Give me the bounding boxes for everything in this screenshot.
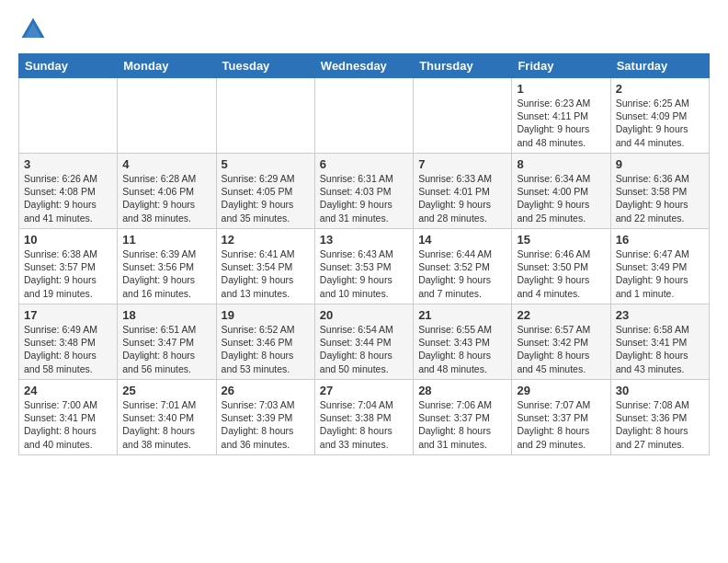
day-info: Sunrise: 7:04 AM Sunset: 3:38 PM Dayligh… <box>320 398 408 451</box>
week-row-4: 17Sunrise: 6:49 AM Sunset: 3:48 PM Dayli… <box>19 304 710 380</box>
day-number: 1 <box>517 82 605 96</box>
calendar: SundayMondayTuesdayWednesdayThursdayFrid… <box>18 53 710 455</box>
day-info: Sunrise: 7:01 AM Sunset: 3:40 PM Dayligh… <box>122 398 210 451</box>
day-number: 16 <box>616 233 704 247</box>
weekday-sunday: Sunday <box>19 54 118 78</box>
day-info: Sunrise: 6:33 AM Sunset: 4:01 PM Dayligh… <box>418 172 506 224</box>
day-info: Sunrise: 7:08 AM Sunset: 3:36 PM Dayligh… <box>616 398 704 451</box>
day-cell: 7Sunrise: 6:33 AM Sunset: 4:01 PM Daylig… <box>414 154 512 229</box>
day-cell: 8Sunrise: 6:34 AM Sunset: 4:00 PM Daylig… <box>512 154 610 229</box>
day-info: Sunrise: 6:29 AM Sunset: 4:05 PM Dayligh… <box>222 172 310 224</box>
day-number: 25 <box>122 384 210 397</box>
weekday-friday: Friday <box>512 54 610 78</box>
day-info: Sunrise: 6:47 AM Sunset: 3:49 PM Dayligh… <box>616 247 704 300</box>
day-info: Sunrise: 7:06 AM Sunset: 3:37 PM Dayligh… <box>418 398 506 451</box>
day-number: 30 <box>616 384 704 397</box>
day-cell <box>19 78 118 154</box>
day-cell: 14Sunrise: 6:44 AM Sunset: 3:52 PM Dayli… <box>414 229 512 304</box>
day-info: Sunrise: 6:57 AM Sunset: 3:42 PM Dayligh… <box>517 323 605 375</box>
day-cell <box>414 78 512 154</box>
day-info: Sunrise: 6:46 AM Sunset: 3:50 PM Dayligh… <box>517 247 605 300</box>
day-number: 7 <box>418 157 506 171</box>
day-number: 14 <box>418 233 506 247</box>
day-info: Sunrise: 6:39 AM Sunset: 3:56 PM Dayligh… <box>122 247 210 300</box>
day-info: Sunrise: 6:23 AM Sunset: 4:11 PM Dayligh… <box>517 97 605 149</box>
day-number: 29 <box>517 384 605 397</box>
day-cell: 4Sunrise: 6:28 AM Sunset: 4:06 PM Daylig… <box>118 154 216 229</box>
day-cell: 25Sunrise: 7:01 AM Sunset: 3:40 PM Dayli… <box>118 380 216 455</box>
day-cell <box>216 78 314 154</box>
day-info: Sunrise: 6:54 AM Sunset: 3:44 PM Dayligh… <box>320 323 408 375</box>
day-info: Sunrise: 7:07 AM Sunset: 3:37 PM Dayligh… <box>517 398 605 451</box>
day-cell: 18Sunrise: 6:51 AM Sunset: 3:47 PM Dayli… <box>118 304 216 380</box>
weekday-header: SundayMondayTuesdayWednesdayThursdayFrid… <box>19 54 710 78</box>
day-number: 3 <box>24 157 112 171</box>
week-row-1: 1Sunrise: 6:23 AM Sunset: 4:11 PM Daylig… <box>19 78 710 154</box>
logo-icon <box>18 15 48 44</box>
logo <box>18 15 51 44</box>
day-number: 19 <box>222 308 310 322</box>
day-info: Sunrise: 6:38 AM Sunset: 3:57 PM Dayligh… <box>24 247 112 300</box>
day-number: 22 <box>517 308 605 322</box>
day-cell: 15Sunrise: 6:46 AM Sunset: 3:50 PM Dayli… <box>512 229 610 304</box>
day-cell: 5Sunrise: 6:29 AM Sunset: 4:05 PM Daylig… <box>216 154 314 229</box>
calendar-body: 1Sunrise: 6:23 AM Sunset: 4:11 PM Daylig… <box>19 78 710 455</box>
day-cell: 24Sunrise: 7:00 AM Sunset: 3:41 PM Dayli… <box>19 380 118 455</box>
day-info: Sunrise: 6:51 AM Sunset: 3:47 PM Dayligh… <box>122 323 210 375</box>
weekday-thursday: Thursday <box>414 54 512 78</box>
day-number: 6 <box>320 157 408 171</box>
day-cell: 30Sunrise: 7:08 AM Sunset: 3:36 PM Dayli… <box>610 380 709 455</box>
day-cell: 26Sunrise: 7:03 AM Sunset: 3:39 PM Dayli… <box>216 380 314 455</box>
day-info: Sunrise: 6:34 AM Sunset: 4:00 PM Dayligh… <box>517 172 605 224</box>
day-cell: 2Sunrise: 6:25 AM Sunset: 4:09 PM Daylig… <box>610 78 709 154</box>
day-info: Sunrise: 6:52 AM Sunset: 3:46 PM Dayligh… <box>222 323 310 375</box>
day-info: Sunrise: 6:58 AM Sunset: 3:41 PM Dayligh… <box>616 323 704 375</box>
weekday-monday: Monday <box>118 54 216 78</box>
week-row-5: 24Sunrise: 7:00 AM Sunset: 3:41 PM Dayli… <box>19 380 710 455</box>
day-number: 11 <box>122 233 210 247</box>
week-row-3: 10Sunrise: 6:38 AM Sunset: 3:57 PM Dayli… <box>19 229 710 304</box>
weekday-wednesday: Wednesday <box>314 54 413 78</box>
weekday-tuesday: Tuesday <box>216 54 314 78</box>
week-row-2: 3Sunrise: 6:26 AM Sunset: 4:08 PM Daylig… <box>19 154 710 229</box>
day-info: Sunrise: 6:41 AM Sunset: 3:54 PM Dayligh… <box>222 247 310 300</box>
day-number: 15 <box>517 233 605 247</box>
day-info: Sunrise: 6:28 AM Sunset: 4:06 PM Dayligh… <box>122 172 210 224</box>
page: SundayMondayTuesdayWednesdayThursdayFrid… <box>0 0 728 465</box>
day-cell: 12Sunrise: 6:41 AM Sunset: 3:54 PM Dayli… <box>216 229 314 304</box>
day-info: Sunrise: 6:43 AM Sunset: 3:53 PM Dayligh… <box>320 247 408 300</box>
day-number: 9 <box>616 157 704 171</box>
day-info: Sunrise: 6:49 AM Sunset: 3:48 PM Dayligh… <box>24 323 112 375</box>
day-number: 5 <box>222 157 310 171</box>
day-cell: 10Sunrise: 6:38 AM Sunset: 3:57 PM Dayli… <box>19 229 118 304</box>
day-number: 2 <box>616 82 704 96</box>
weekday-saturday: Saturday <box>610 54 709 78</box>
day-cell: 19Sunrise: 6:52 AM Sunset: 3:46 PM Dayli… <box>216 304 314 380</box>
day-cell: 22Sunrise: 6:57 AM Sunset: 3:42 PM Dayli… <box>512 304 610 380</box>
day-cell: 11Sunrise: 6:39 AM Sunset: 3:56 PM Dayli… <box>118 229 216 304</box>
day-cell: 9Sunrise: 6:36 AM Sunset: 3:58 PM Daylig… <box>610 154 709 229</box>
day-cell: 21Sunrise: 6:55 AM Sunset: 3:43 PM Dayli… <box>414 304 512 380</box>
day-number: 20 <box>320 308 408 322</box>
day-number: 17 <box>24 308 112 322</box>
day-cell <box>118 78 216 154</box>
day-number: 27 <box>320 384 408 397</box>
day-cell: 23Sunrise: 6:58 AM Sunset: 3:41 PM Dayli… <box>610 304 709 380</box>
day-number: 28 <box>418 384 506 397</box>
day-cell: 1Sunrise: 6:23 AM Sunset: 4:11 PM Daylig… <box>512 78 610 154</box>
day-number: 8 <box>517 157 605 171</box>
day-cell: 6Sunrise: 6:31 AM Sunset: 4:03 PM Daylig… <box>314 154 413 229</box>
day-info: Sunrise: 6:31 AM Sunset: 4:03 PM Dayligh… <box>320 172 408 224</box>
day-info: Sunrise: 6:36 AM Sunset: 3:58 PM Dayligh… <box>616 172 704 224</box>
day-cell: 28Sunrise: 7:06 AM Sunset: 3:37 PM Dayli… <box>414 380 512 455</box>
day-number: 26 <box>222 384 310 397</box>
day-number: 23 <box>616 308 704 322</box>
day-info: Sunrise: 6:25 AM Sunset: 4:09 PM Dayligh… <box>616 97 704 149</box>
day-info: Sunrise: 7:00 AM Sunset: 3:41 PM Dayligh… <box>24 398 112 451</box>
day-number: 21 <box>418 308 506 322</box>
day-cell: 16Sunrise: 6:47 AM Sunset: 3:49 PM Dayli… <box>610 229 709 304</box>
day-cell: 29Sunrise: 7:07 AM Sunset: 3:37 PM Dayli… <box>512 380 610 455</box>
day-cell: 3Sunrise: 6:26 AM Sunset: 4:08 PM Daylig… <box>19 154 118 229</box>
day-number: 10 <box>24 233 112 247</box>
day-number: 12 <box>222 233 310 247</box>
